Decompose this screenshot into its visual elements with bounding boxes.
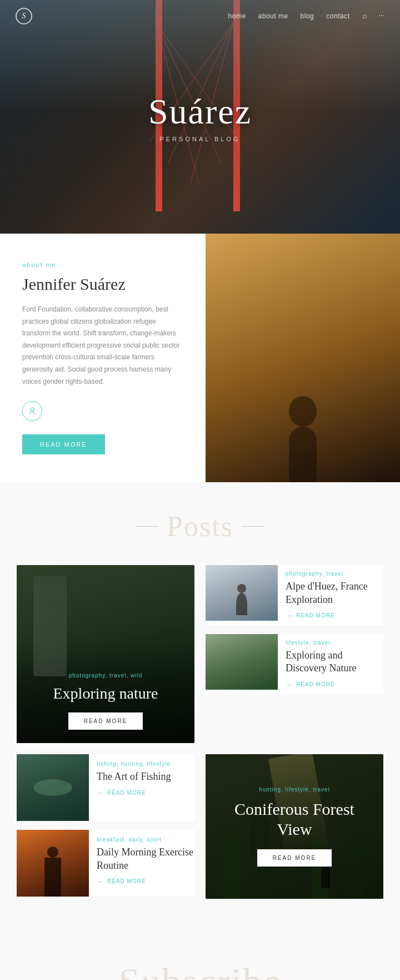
post-card-3-text: fishing, hunting, lifestyle The Art of F… [97, 754, 194, 821]
more-dots-icon[interactable]: ··· [379, 12, 385, 21]
posts-title: Posts [167, 510, 233, 543]
posts-grid: photography, travel, wild Exploring natu… [17, 565, 383, 743]
about-section: about me Jennifer Suárez Ford Foundation… [0, 234, 400, 482]
about-label: about me [22, 261, 183, 268]
section-header: Posts [17, 510, 383, 543]
about-read-more-button[interactable]: READ MORE [22, 434, 105, 454]
nav-blog[interactable]: blog [301, 12, 314, 20]
post-card-2-image [206, 634, 278, 690]
post-card-4-image [17, 830, 89, 897]
post-featured-title: Exploring nature [30, 684, 181, 703]
post-card-5-content: hunting, lifestyle, travel Coniferous Fo… [206, 773, 383, 880]
post-5-tags: hunting, lifestyle, travel [219, 786, 370, 793]
post-featured: photography, travel, wild Exploring natu… [17, 565, 194, 743]
post-card-5: hunting, lifestyle, travel Coniferous Fo… [206, 754, 383, 899]
post-3-tags: fishing, hunting, lifestyle [97, 761, 194, 767]
hero-section: Suárez PERSONAL BLOG [0, 0, 400, 234]
posts-section: Posts photography, travel, wild Explorin… [0, 482, 400, 932]
arrow-icon-2: → [286, 681, 293, 689]
post-3-read-more[interactable]: → READ MORE [97, 789, 194, 797]
posts-bottom-row: fishing, hunting, lifestyle The Art of F… [17, 754, 383, 899]
about-image [206, 234, 400, 482]
post-3-title: The Art of Fishing [97, 770, 194, 783]
post-featured-tags: photography, travel, wild [30, 672, 181, 679]
post-1-read-more[interactable]: → READ MORE [286, 612, 383, 620]
section-line-left [136, 526, 158, 527]
hero-subtitle: PERSONAL BLOG [159, 136, 240, 142]
post-card-2-text: lifestyle, travel Exploring and Discover… [286, 634, 383, 694]
post-4-title: Daily Morning Exercise Routine [97, 846, 194, 872]
arrow-icon: → [286, 612, 293, 620]
nav-about[interactable]: about me [258, 12, 288, 20]
nav-home[interactable]: home [228, 12, 246, 20]
post-4-read-more[interactable]: → READ MORE [97, 878, 194, 885]
nav-contact[interactable]: contact [326, 12, 349, 20]
post-featured-content: photography, travel, wild Exploring natu… [17, 659, 194, 744]
subscribe-title: Subscribe [17, 960, 383, 980]
post-card-1-image [206, 565, 278, 621]
about-text: Ford Foundation, collaborative consumpti… [22, 304, 183, 388]
section-line-right [242, 526, 264, 527]
post-card-3: fishing, hunting, lifestyle The Art of F… [17, 754, 194, 821]
about-person-icon [22, 401, 42, 421]
post-2-read-more[interactable]: → READ MORE [286, 681, 383, 689]
post-5-read-more-button[interactable]: READ MORE [257, 849, 332, 867]
post-4-tags: breakfast, daily, sport [97, 837, 194, 843]
subscribe-section: Subscribe ✉ [0, 932, 400, 980]
post-card-4-text: breakfast, daily, sport Daily Morning Ex… [97, 830, 194, 897]
about-content: about me Jennifer Suárez Ford Foundation… [0, 234, 206, 482]
post-5-title: Coniferous Forest View [219, 799, 370, 839]
post-card-2: lifestyle, travel Exploring and Discover… [206, 634, 383, 694]
hero-title: Suárez [148, 91, 252, 132]
post-card-3-image [17, 754, 89, 821]
post-card-1-text: photography, travel Alpe d'Huez, France … [286, 565, 383, 625]
post-card-4: breakfast, daily, sport Daily Morning Ex… [17, 830, 194, 897]
post-2-title: Exploring and Discovery Nature [286, 649, 383, 675]
post-1-tags: photography, travel [286, 571, 383, 577]
about-name: Jennifer Suárez [22, 275, 183, 294]
arrow-icon-4: → [97, 878, 104, 885]
post-card-1: photography, travel Alpe d'Huez, France … [206, 565, 383, 625]
nav-links: home about me blog contact ⌕ ··· [228, 12, 384, 21]
post-1-title: Alpe d'Huez, France Exploration [286, 580, 383, 606]
navigation: S home about me blog contact ⌕ ··· [0, 0, 400, 32]
svg-point-0 [31, 408, 34, 411]
nav-logo[interactable]: S [16, 8, 32, 24]
post-2-tags: lifestyle, travel [286, 640, 383, 646]
arrow-icon-3: → [97, 789, 104, 797]
search-icon[interactable]: ⌕ [362, 12, 367, 21]
post-featured-read-more-button[interactable]: READ MORE [68, 712, 143, 730]
